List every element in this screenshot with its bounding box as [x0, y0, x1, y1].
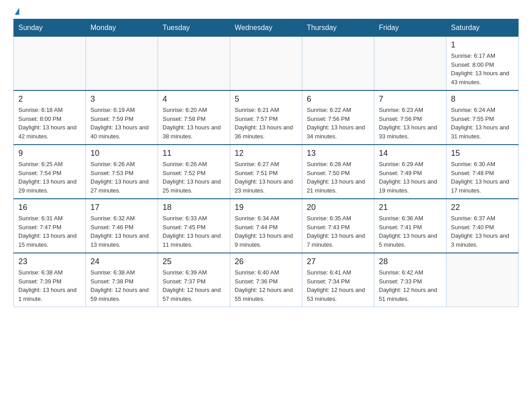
calendar-cell: 1Sunrise: 6:17 AM Sunset: 8:00 PM Daylig…	[446, 37, 519, 91]
day-info: Sunrise: 6:24 AM Sunset: 7:55 PM Dayligh…	[451, 106, 514, 141]
day-number: 22	[451, 203, 514, 212]
day-info: Sunrise: 6:18 AM Sunset: 8:00 PM Dayligh…	[18, 106, 81, 141]
day-number: 4	[163, 94, 225, 104]
day-number: 27	[307, 257, 369, 266]
weekday-header-saturday: Saturday	[446, 19, 519, 37]
calendar-cell: 26Sunrise: 6:40 AM Sunset: 7:36 PM Dayli…	[230, 253, 302, 307]
day-info: Sunrise: 6:39 AM Sunset: 7:37 PM Dayligh…	[163, 268, 225, 303]
calendar-cell: 23Sunrise: 6:38 AM Sunset: 7:39 PM Dayli…	[14, 253, 86, 307]
weekday-header-row: SundayMondayTuesdayWednesdayThursdayFrid…	[14, 19, 519, 37]
calendar-cell: 18Sunrise: 6:33 AM Sunset: 7:45 PM Dayli…	[158, 199, 230, 253]
day-number: 8	[451, 94, 514, 104]
day-number: 18	[163, 203, 225, 212]
calendar-cell: 3Sunrise: 6:19 AM Sunset: 7:59 PM Daylig…	[86, 90, 158, 145]
day-info: Sunrise: 6:21 AM Sunset: 7:57 PM Dayligh…	[235, 106, 297, 141]
calendar-cell	[14, 37, 86, 91]
calendar-cell	[302, 37, 374, 91]
calendar-cell: 7Sunrise: 6:23 AM Sunset: 7:56 PM Daylig…	[374, 90, 446, 145]
day-info: Sunrise: 6:35 AM Sunset: 7:43 PM Dayligh…	[307, 214, 369, 249]
day-number: 1	[451, 40, 514, 50]
day-info: Sunrise: 6:41 AM Sunset: 7:34 PM Dayligh…	[307, 268, 369, 303]
page-header	[13, 9, 519, 14]
day-number: 14	[379, 149, 442, 158]
day-number: 12	[235, 149, 297, 158]
day-number: 20	[307, 203, 369, 212]
calendar-cell: 19Sunrise: 6:34 AM Sunset: 7:44 PM Dayli…	[230, 199, 302, 253]
day-number: 19	[235, 203, 297, 212]
day-number: 17	[90, 203, 153, 212]
day-info: Sunrise: 6:42 AM Sunset: 7:33 PM Dayligh…	[379, 268, 442, 303]
day-info: Sunrise: 6:23 AM Sunset: 7:56 PM Dayligh…	[379, 106, 442, 141]
day-info: Sunrise: 6:40 AM Sunset: 7:36 PM Dayligh…	[235, 268, 297, 303]
calendar-cell: 6Sunrise: 6:22 AM Sunset: 7:56 PM Daylig…	[302, 90, 374, 145]
day-number: 26	[235, 257, 297, 266]
calendar-cell: 25Sunrise: 6:39 AM Sunset: 7:37 PM Dayli…	[158, 253, 230, 307]
calendar-cell	[374, 37, 446, 91]
day-info: Sunrise: 6:38 AM Sunset: 7:39 PM Dayligh…	[18, 268, 81, 303]
weekday-header-sunday: Sunday	[14, 19, 86, 37]
calendar-cell: 24Sunrise: 6:38 AM Sunset: 7:38 PM Dayli…	[86, 253, 158, 307]
logo	[13, 9, 19, 14]
calendar-cell	[86, 37, 158, 91]
calendar-cell	[158, 37, 230, 91]
day-number: 5	[235, 94, 297, 104]
day-info: Sunrise: 6:26 AM Sunset: 7:52 PM Dayligh…	[163, 160, 225, 195]
calendar-cell: 9Sunrise: 6:25 AM Sunset: 7:54 PM Daylig…	[14, 145, 86, 199]
day-info: Sunrise: 6:29 AM Sunset: 7:49 PM Dayligh…	[379, 160, 442, 195]
calendar-cell: 10Sunrise: 6:26 AM Sunset: 7:53 PM Dayli…	[86, 145, 158, 199]
calendar-cell: 27Sunrise: 6:41 AM Sunset: 7:34 PM Dayli…	[302, 253, 374, 307]
calendar-cell: 15Sunrise: 6:30 AM Sunset: 7:48 PM Dayli…	[446, 145, 519, 199]
calendar-cell: 8Sunrise: 6:24 AM Sunset: 7:55 PM Daylig…	[446, 90, 519, 145]
day-info: Sunrise: 6:25 AM Sunset: 7:54 PM Dayligh…	[18, 160, 81, 195]
day-number: 25	[163, 257, 225, 266]
day-number: 21	[379, 203, 442, 212]
calendar-cell: 16Sunrise: 6:31 AM Sunset: 7:47 PM Dayli…	[14, 199, 86, 253]
day-number: 28	[379, 257, 442, 266]
calendar-cell: 2Sunrise: 6:18 AM Sunset: 8:00 PM Daylig…	[14, 90, 86, 145]
calendar-cell: 17Sunrise: 6:32 AM Sunset: 7:46 PM Dayli…	[86, 199, 158, 253]
day-info: Sunrise: 6:34 AM Sunset: 7:44 PM Dayligh…	[235, 214, 297, 249]
day-info: Sunrise: 6:37 AM Sunset: 7:40 PM Dayligh…	[451, 214, 514, 249]
day-number: 13	[307, 149, 369, 158]
day-number: 7	[379, 94, 442, 104]
day-number: 3	[90, 94, 153, 104]
calendar-cell	[446, 253, 519, 307]
day-info: Sunrise: 6:27 AM Sunset: 7:51 PM Dayligh…	[235, 160, 297, 195]
calendar-cell: 4Sunrise: 6:20 AM Sunset: 7:58 PM Daylig…	[158, 90, 230, 145]
day-info: Sunrise: 6:17 AM Sunset: 8:00 PM Dayligh…	[451, 51, 514, 86]
day-info: Sunrise: 6:22 AM Sunset: 7:56 PM Dayligh…	[307, 106, 369, 141]
day-info: Sunrise: 6:33 AM Sunset: 7:45 PM Dayligh…	[163, 214, 225, 249]
day-info: Sunrise: 6:28 AM Sunset: 7:50 PM Dayligh…	[307, 160, 369, 195]
day-info: Sunrise: 6:36 AM Sunset: 7:41 PM Dayligh…	[379, 214, 442, 249]
weekday-header-thursday: Thursday	[302, 19, 374, 37]
calendar-week-row: 16Sunrise: 6:31 AM Sunset: 7:47 PM Dayli…	[14, 199, 519, 253]
day-info: Sunrise: 6:31 AM Sunset: 7:47 PM Dayligh…	[18, 214, 81, 249]
day-info: Sunrise: 6:38 AM Sunset: 7:38 PM Dayligh…	[90, 268, 153, 303]
weekday-header-monday: Monday	[86, 19, 158, 37]
calendar-cell: 22Sunrise: 6:37 AM Sunset: 7:40 PM Dayli…	[446, 199, 519, 253]
calendar-week-row: 1Sunrise: 6:17 AM Sunset: 8:00 PM Daylig…	[14, 37, 519, 91]
logo-triangle-icon	[15, 8, 19, 15]
day-info: Sunrise: 6:30 AM Sunset: 7:48 PM Dayligh…	[451, 160, 514, 195]
day-number: 10	[90, 149, 153, 158]
day-number: 23	[18, 257, 81, 266]
calendar-table: SundayMondayTuesdayWednesdayThursdayFrid…	[13, 19, 519, 307]
day-info: Sunrise: 6:20 AM Sunset: 7:58 PM Dayligh…	[163, 106, 225, 141]
day-number: 16	[18, 203, 81, 212]
day-number: 15	[451, 149, 514, 158]
calendar-cell: 13Sunrise: 6:28 AM Sunset: 7:50 PM Dayli…	[302, 145, 374, 199]
day-number: 9	[18, 149, 81, 158]
weekday-header-friday: Friday	[374, 19, 446, 37]
calendar-cell: 20Sunrise: 6:35 AM Sunset: 7:43 PM Dayli…	[302, 199, 374, 253]
calendar-cell: 12Sunrise: 6:27 AM Sunset: 7:51 PM Dayli…	[230, 145, 302, 199]
weekday-header-wednesday: Wednesday	[230, 19, 302, 37]
day-info: Sunrise: 6:26 AM Sunset: 7:53 PM Dayligh…	[90, 160, 153, 195]
calendar-week-row: 9Sunrise: 6:25 AM Sunset: 7:54 PM Daylig…	[14, 145, 519, 199]
calendar-week-row: 2Sunrise: 6:18 AM Sunset: 8:00 PM Daylig…	[14, 90, 519, 145]
day-number: 11	[163, 149, 225, 158]
day-number: 24	[90, 257, 153, 266]
day-number: 2	[18, 94, 81, 104]
calendar-cell: 21Sunrise: 6:36 AM Sunset: 7:41 PM Dayli…	[374, 199, 446, 253]
calendar-cell: 11Sunrise: 6:26 AM Sunset: 7:52 PM Dayli…	[158, 145, 230, 199]
day-info: Sunrise: 6:32 AM Sunset: 7:46 PM Dayligh…	[90, 214, 153, 249]
